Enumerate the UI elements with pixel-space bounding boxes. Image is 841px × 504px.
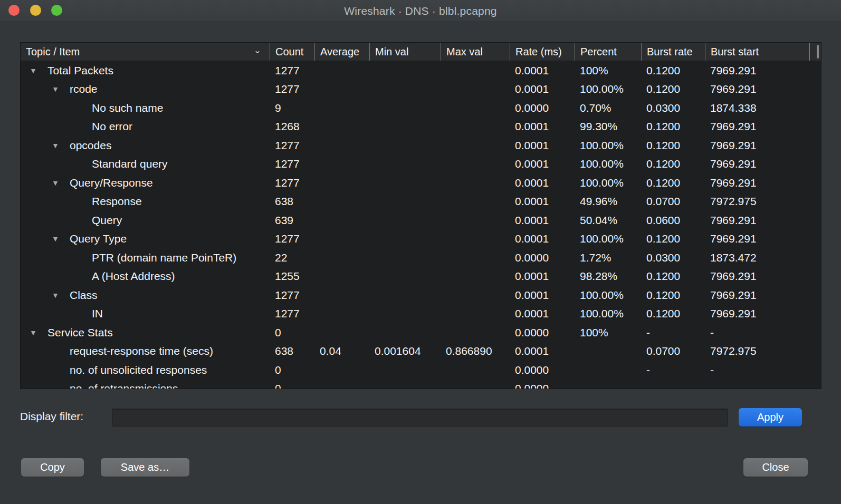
column-header-average[interactable]: Average [314, 43, 369, 61]
close-window-button[interactable] [8, 5, 20, 16]
row-topic-label: Class [70, 289, 98, 302]
column-header-burst_start[interactable]: Burst start [705, 43, 809, 61]
cell-rate: 0.0001 [510, 83, 575, 95]
cell-rate: 0.0000 [510, 102, 575, 114]
cell-rate: 0.0000 [510, 382, 575, 389]
expand-triangle-icon[interactable]: ▼ [50, 235, 70, 243]
table-row[interactable]: ▼Class12770.0001100.00%0.12007969.291 [21, 286, 821, 305]
indent-spacer [28, 257, 72, 258]
column-header-topic[interactable]: Topic / Item⌄ [21, 43, 270, 61]
cell-burst_rate: - [641, 326, 705, 339]
column-header-rate[interactable]: Rate (ms) [510, 43, 575, 61]
table-row[interactable]: Standard query12770.0001100.00%0.1200796… [21, 155, 821, 174]
cell-count: 638 [270, 195, 314, 208]
table-row[interactable]: ▼Query/Response12770.0001100.00%0.120079… [21, 173, 821, 192]
table-row[interactable]: A (Host Address)12550.000198.28%0.120079… [21, 267, 821, 286]
cell-percent: 100.00% [575, 139, 641, 152]
table-row[interactable]: ▼Query Type12770.0001100.00%0.12007969.2… [21, 230, 821, 249]
table-row[interactable]: Response6380.000149.96%0.07007972.975 [21, 192, 821, 211]
cell-burst_rate: 0.1200 [641, 270, 705, 283]
title-bar: Wireshark · DNS · blbl.pcapng [0, 0, 841, 22]
expand-triangle-icon[interactable]: ▼ [50, 179, 70, 187]
cell-count: 1277 [270, 64, 314, 77]
cell-max: 0.866890 [441, 345, 510, 357]
column-header-burst_rate[interactable]: Burst rate [641, 43, 705, 61]
close-button[interactable]: Close [743, 458, 808, 477]
cell-count: 1277 [270, 289, 314, 302]
column-header-label: Max val [446, 46, 483, 58]
column-header-label: Count [275, 46, 303, 58]
table-row[interactable]: ▼rcode12770.0001100.00%0.12007969.291 [21, 80, 821, 99]
cell-rate: 0.0001 [510, 214, 575, 227]
cell-topic: No error [21, 120, 270, 133]
column-header-filler [809, 43, 821, 61]
cell-count: 0 [270, 382, 314, 389]
cell-topic: ▼opcodes [21, 139, 270, 152]
save-as-button[interactable]: Save as… [101, 458, 189, 477]
column-header-count[interactable]: Count [270, 43, 314, 61]
window-title: Wireshark · DNS · blbl.pcapng [344, 5, 496, 17]
indent-spacer [28, 164, 72, 164]
column-header-percent[interactable]: Percent [575, 43, 641, 61]
apply-button[interactable]: Apply [739, 408, 802, 427]
cell-count: 639 [270, 214, 314, 227]
display-filter-label: Display filter: [20, 410, 83, 423]
row-topic-label: Response [92, 195, 142, 208]
cell-burst_start: 7972.975 [705, 345, 809, 357]
table-row[interactable]: ▼opcodes12770.0001100.00%0.12007969.291 [21, 136, 821, 155]
expand-triangle-icon[interactable]: ▼ [28, 66, 47, 75]
cell-percent: 100% [575, 326, 641, 339]
cell-percent: 50.04% [575, 214, 641, 227]
indent-spacer [28, 89, 50, 90]
cell-burst_rate: 0.0300 [641, 251, 705, 264]
indent-spacer [28, 220, 72, 220]
cell-count: 1277 [270, 232, 314, 245]
cell-burst_rate: 0.0300 [641, 102, 705, 114]
cell-rate: 0.0000 [510, 364, 575, 376]
table-row[interactable]: no. of unsolicited responses00.0000-- [21, 361, 821, 380]
indent-spacer [28, 182, 50, 183]
column-header-max[interactable]: Max val [441, 43, 510, 61]
table-row[interactable]: PTR (domain name PoinTeR)220.00001.72%0.… [21, 248, 821, 267]
cell-rate: 0.0001 [510, 289, 575, 302]
expand-triangle-icon[interactable]: ▼ [50, 141, 70, 150]
expand-triangle-icon[interactable]: ▼ [50, 291, 70, 299]
cell-rate: 0.0001 [510, 195, 575, 208]
cell-topic: no. of retransmissions [21, 382, 270, 389]
cell-burst_start: 1873.472 [705, 251, 809, 264]
cell-burst_start: 7969.291 [705, 83, 809, 95]
cell-percent: 100.00% [575, 177, 641, 189]
zoom-window-button[interactable] [51, 5, 62, 16]
cell-count: 0 [270, 326, 314, 339]
row-topic-label: Service Stats [47, 326, 113, 339]
table-row[interactable]: Query6390.000150.04%0.06007969.291 [21, 211, 821, 230]
chevron-down-icon[interactable]: ⌄ [254, 45, 261, 56]
cell-percent: 100.00% [575, 307, 641, 320]
cell-percent: 100.00% [575, 232, 641, 245]
indent-spacer [28, 276, 72, 277]
table-row[interactable]: no. of retransmissions00.0000 [21, 380, 821, 390]
expand-triangle-icon[interactable]: ▼ [50, 85, 70, 93]
cell-burst_rate: - [641, 364, 705, 376]
cell-topic: ▼Query Type [21, 232, 270, 245]
table-row[interactable]: No error12680.000199.30%0.12007969.291 [21, 118, 821, 137]
minimize-window-button[interactable] [30, 5, 41, 16]
table-row[interactable]: ▼Total Packets12770.0001100%0.12007969.2… [21, 61, 821, 80]
copy-button[interactable]: Copy [21, 458, 84, 477]
column-header-min[interactable]: Min val [369, 43, 441, 61]
expand-triangle-icon[interactable]: ▼ [28, 328, 47, 337]
table-row[interactable]: No such name90.00000.70%0.03001874.338 [21, 99, 821, 118]
cell-burst_rate: 0.1200 [641, 158, 705, 170]
scrollbar-thumb[interactable] [817, 45, 819, 59]
row-topic-label: IN [92, 307, 103, 320]
table-row[interactable]: IN12770.0001100.00%0.12007969.291 [21, 305, 821, 324]
table-row[interactable]: ▼Service Stats00.0000100%-- [21, 323, 821, 342]
indent-spacer [28, 108, 72, 108]
display-filter-input[interactable] [112, 409, 728, 427]
cell-burst_start: - [705, 326, 809, 339]
indent-spacer [28, 145, 50, 146]
cell-burst_rate: 0.0700 [641, 195, 705, 208]
cell-min: 0.001604 [369, 345, 441, 357]
cell-burst_rate: 0.0700 [641, 345, 705, 357]
table-row[interactable]: request-response time (secs)6380.040.001… [21, 342, 821, 361]
